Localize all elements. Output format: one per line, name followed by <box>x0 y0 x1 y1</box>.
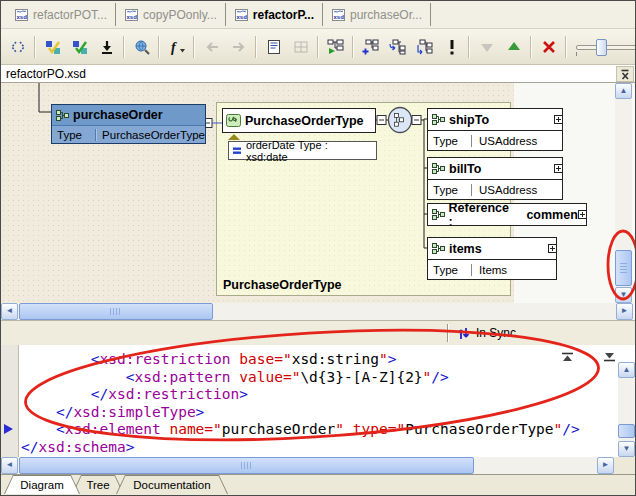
code-line: </xsd:schema> <box>21 439 580 457</box>
toolbar-separator <box>158 36 160 58</box>
find-icon[interactable] <box>129 34 154 59</box>
element-type-row: Type Items <box>428 259 556 279</box>
function-menu-icon[interactable]: f <box>164 34 189 59</box>
scroll-to-top-icon[interactable] <box>561 348 574 366</box>
scrollbar-thumb[interactable] <box>19 457 474 474</box>
apply-changes-icon[interactable] <box>94 34 119 59</box>
sync-status-bar: In Sync <box>1 320 635 345</box>
complextype-icon <box>226 114 241 127</box>
code-line: </xsd:restriction> <box>21 386 580 404</box>
element-box-shipto[interactable]: shipTo Type USAddress <box>427 108 563 151</box>
reference-value: comment <box>526 208 582 222</box>
element-icon <box>432 243 445 254</box>
display-all-globals-icon[interactable] <box>261 34 286 59</box>
scroll-left-button[interactable]: ◄ <box>1 457 18 474</box>
code-vertical-scrollbar[interactable]: ▲ ▼ <box>618 362 635 457</box>
element-header[interactable]: shipTo <box>428 109 562 130</box>
scroll-up-button[interactable]: ▲ <box>615 83 632 99</box>
xsd-file-icon: xsd <box>14 8 29 22</box>
svg-text:xsd: xsd <box>127 14 138 20</box>
forward-icon <box>226 34 251 59</box>
scroll-to-bottom-icon[interactable] <box>603 348 616 366</box>
document-tab-label: copyPOonly... <box>143 8 217 22</box>
document-title: refactorPO.xsd <box>6 67 86 81</box>
delete-icon[interactable] <box>536 34 561 59</box>
scrollbar-thumb[interactable] <box>615 250 632 286</box>
scroll-up-button[interactable]: ▲ <box>618 362 635 378</box>
document-tab-bar: xsd refactorPOT... xsd copyPOonly... xsd… <box>1 1 635 29</box>
toolbar: f <box>1 29 635 65</box>
toolbar-separator <box>34 36 36 58</box>
xml-source-text[interactable]: <xsd:restriction base="xsd:string"> <xsd… <box>21 351 580 456</box>
code-text-pane[interactable]: <xsd:restriction base="xsd:string"> <xsd… <box>1 345 635 474</box>
document-tab-2[interactable]: xsd refactorP... <box>226 3 323 26</box>
scroll-down-button[interactable]: ▼ <box>615 287 632 303</box>
view-tab-diagram[interactable]: Diagram <box>4 475 80 494</box>
expand-icon[interactable] <box>578 210 587 219</box>
type-label: Type <box>428 135 471 147</box>
caret-marker-icon <box>4 424 13 434</box>
validate-now-icon[interactable] <box>439 34 464 59</box>
sync-status-label: In Sync <box>476 326 516 340</box>
diagram-vertical-scrollbar[interactable]: ▲ ▼ <box>615 83 632 303</box>
zoom-slider-thumb[interactable] <box>596 39 607 56</box>
validate-icon[interactable] <box>40 34 65 59</box>
complextype-box[interactable]: PurchaseOrderType <box>222 108 376 133</box>
element-box-reference-comment[interactable]: Reference : comment <box>427 203 587 226</box>
code-line: </xsd:simpleType> <box>21 404 580 422</box>
scroll-right-button[interactable]: ► <box>597 457 614 474</box>
toolbar-separator <box>317 36 319 58</box>
add-child-node-icon[interactable] <box>358 34 383 59</box>
toolbar-separator <box>123 36 125 58</box>
window-menu-button[interactable] <box>616 66 634 82</box>
toolbar-separator <box>255 36 257 58</box>
xmlspy-window: xsd refactorPOT... xsd copyPOonly... xsd… <box>0 0 636 496</box>
diagram-horizontal-scrollbar[interactable]: ◄ ► <box>1 303 633 320</box>
type-value: Items <box>471 264 556 276</box>
element-header[interactable]: purchaseOrder <box>52 105 205 125</box>
element-icon <box>432 209 445 220</box>
scrollbar-thumb[interactable] <box>618 424 635 438</box>
element-type-row: Type USAddress <box>428 179 562 199</box>
append-node-icon[interactable] <box>412 34 437 59</box>
document-tab-label: refactorP... <box>253 8 314 22</box>
expand-icon[interactable] <box>554 115 563 124</box>
scroll-right-button[interactable]: ► <box>616 303 633 320</box>
toolbar-separator <box>530 36 532 58</box>
scroll-down-button[interactable]: ▼ <box>618 441 635 457</box>
element-box-billto[interactable]: billTo Type USAddress <box>427 157 563 200</box>
schema-design-icon[interactable] <box>5 34 30 59</box>
expand-icon[interactable] <box>548 244 557 253</box>
xsd-file-icon: xsd <box>234 8 249 22</box>
zoom-slider[interactable] <box>572 35 635 58</box>
element-box-purchaseorder[interactable]: purchaseOrder Type PurchaseOrderType <box>51 104 206 144</box>
document-tab-3[interactable]: xsd purchaseOr... <box>323 3 431 26</box>
element-name: billTo <box>449 162 481 176</box>
insert-node-icon[interactable] <box>385 34 410 59</box>
content-model-arrow-icon[interactable] <box>228 134 240 140</box>
slider-tick <box>576 52 577 56</box>
code-line: <xsd:element name="purchaseOrder" type="… <box>21 421 580 439</box>
display-diagram-icon[interactable] <box>323 34 348 59</box>
complextype-container-label: PurchaseOrderType <box>223 278 342 292</box>
validate-well-formed-icon[interactable] <box>67 34 92 59</box>
toolbar-separator <box>193 36 195 58</box>
attribute-box-orderdate[interactable]: orderDate Type : xsd:date <box>228 141 377 160</box>
element-box-items[interactable]: items Type Items <box>427 237 557 280</box>
element-header[interactable]: Reference : comment <box>428 204 586 225</box>
scrollbar-thumb[interactable] <box>19 303 213 320</box>
view-tab-label: Documentation <box>133 479 210 491</box>
expand-icon[interactable] <box>554 164 563 173</box>
scroll-left-button[interactable]: ◄ <box>1 303 18 320</box>
document-tab-0[interactable]: xsd refactorPOT... <box>6 3 116 26</box>
view-tab-bar: DiagramTreeDocumentation <box>1 474 635 496</box>
in-sync-icon <box>457 327 470 340</box>
schema-diagram-pane[interactable]: PurchaseOrderType purchaseOrder Type <box>1 83 635 320</box>
element-header[interactable]: items <box>428 238 556 259</box>
view-tab-documentation[interactable]: Documentation <box>116 475 228 494</box>
code-gutter <box>1 345 19 457</box>
element-header[interactable]: billTo <box>428 158 562 179</box>
code-horizontal-scrollbar[interactable]: ◄ ► <box>1 457 614 474</box>
document-tab-1[interactable]: xsd copyPOonly... <box>116 3 226 26</box>
move-up-icon[interactable] <box>501 34 526 59</box>
